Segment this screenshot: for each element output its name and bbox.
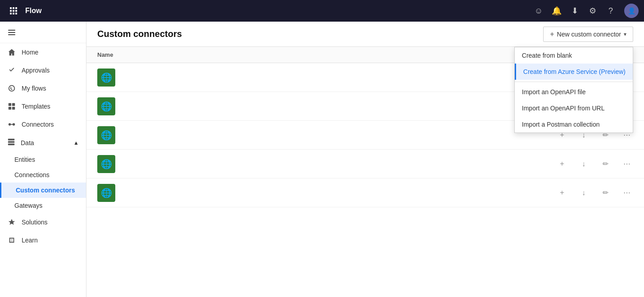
- svg-rect-10: [8, 32, 15, 33]
- sidebar-item-learn[interactable]: Learn: [0, 231, 86, 249]
- waffle-icon[interactable]: [5, 3, 22, 19]
- sidebar-label-data: Data: [21, 139, 34, 146]
- connector-icon: 🌐: [97, 155, 115, 173]
- help-icon[interactable]: ?: [603, 3, 619, 19]
- svg-rect-4: [13, 10, 14, 12]
- data-expand-icon: ▲: [73, 140, 79, 146]
- sidebar-label-entities: Entities: [14, 156, 35, 163]
- svg-rect-8: [15, 13, 17, 14]
- row-actions: ＋ ↓ ✏ ⋯: [556, 187, 633, 199]
- sidebar-label-home: Home: [22, 49, 38, 56]
- svg-rect-11: [8, 34, 15, 35]
- svg-rect-15: [12, 107, 15, 110]
- svg-point-16: [9, 123, 11, 125]
- sidebar-item-connections[interactable]: Connections: [0, 167, 86, 183]
- learn-icon: [7, 236, 16, 245]
- sidebar-item-my-flows[interactable]: My flows: [0, 79, 86, 97]
- new-connector-dropdown: Create from blank Create from Azure Serv…: [514, 47, 633, 133]
- sidebar: Home Approvals My flows Templates Connec: [0, 22, 86, 297]
- flows-icon: [7, 84, 16, 93]
- download-action-icon[interactable]: ↓: [577, 158, 590, 170]
- page-title: Custom connectors: [97, 29, 182, 39]
- content-header: Custom connectors + New custom connector…: [86, 22, 644, 47]
- svg-rect-3: [10, 10, 12, 12]
- topbar-icons: ☺ 🔔 ⬇ ⚙ ? 👤: [531, 3, 639, 19]
- dropdown-item-import-openapi-url[interactable]: Import an OpenAPI from URL: [515, 100, 633, 116]
- sidebar-item-connectors[interactable]: Connectors: [0, 115, 86, 133]
- sidebar-label-learn: Learn: [22, 237, 38, 244]
- sidebar-item-solutions[interactable]: Solutions: [0, 213, 86, 231]
- dropdown-item-create-blank[interactable]: Create from blank: [515, 47, 633, 64]
- app-title: Flow: [25, 7, 531, 15]
- sidebar-toggle[interactable]: [0, 22, 86, 43]
- svg-rect-21: [8, 144, 14, 146]
- dropdown-divider: [515, 82, 633, 82]
- data-icon: [7, 138, 15, 147]
- plus-icon: +: [550, 30, 554, 38]
- sidebar-label-solutions: Solutions: [22, 219, 48, 226]
- connector-icon: 🌐: [97, 97, 115, 115]
- table-row: 🌐 ＋ ↓ ✏ ⋯: [86, 150, 644, 178]
- sidebar-item-custom-connectors[interactable]: Custom connectors: [0, 183, 86, 198]
- sidebar-label-custom-connectors: Custom connectors: [16, 187, 75, 194]
- sidebar-item-templates[interactable]: Templates: [0, 97, 86, 115]
- more-action-icon[interactable]: ⋯: [621, 158, 633, 170]
- connector-icon: 🌐: [97, 184, 115, 202]
- sidebar-label-my-flows: My flows: [22, 85, 46, 92]
- chevron-down-icon: ▾: [624, 31, 626, 37]
- edit-action-icon[interactable]: ✏: [599, 158, 612, 170]
- bell-icon[interactable]: 🔔: [549, 3, 565, 19]
- svg-rect-13: [12, 103, 15, 106]
- templates-icon: [7, 102, 16, 111]
- new-custom-connector-button[interactable]: + New custom connector ▾: [543, 27, 633, 42]
- connectors-icon: [7, 120, 16, 129]
- more-action-icon[interactable]: ⋯: [621, 187, 633, 199]
- svg-rect-5: [15, 10, 17, 12]
- sidebar-label-connectors: Connectors: [22, 121, 54, 128]
- sidebar-item-data[interactable]: Data ▲: [0, 133, 86, 152]
- download-icon[interactable]: ⬇: [567, 3, 583, 19]
- sidebar-item-entities[interactable]: Entities: [0, 152, 86, 167]
- svg-rect-19: [8, 139, 14, 141]
- add-action-icon[interactable]: ＋: [556, 187, 568, 199]
- svg-rect-7: [13, 13, 14, 14]
- avatar[interactable]: 👤: [624, 4, 639, 18]
- sidebar-label-templates: Templates: [22, 103, 50, 110]
- svg-rect-0: [10, 7, 12, 9]
- new-connector-label: New custom connector: [557, 31, 621, 38]
- main-layout: Home Approvals My flows Templates Connec: [0, 22, 644, 297]
- content-area: Custom connectors + New custom connector…: [86, 22, 644, 297]
- svg-rect-12: [9, 103, 11, 106]
- connector-icon: 🌐: [97, 126, 115, 144]
- sidebar-item-approvals[interactable]: Approvals: [0, 61, 86, 79]
- svg-rect-2: [15, 7, 17, 9]
- dropdown-item-import-postman[interactable]: Import a Postman collection: [515, 116, 633, 133]
- solutions-icon: [7, 218, 16, 227]
- svg-rect-1: [13, 7, 14, 9]
- svg-rect-14: [9, 107, 11, 110]
- connector-icon: 🌐: [97, 69, 115, 87]
- svg-rect-20: [8, 141, 14, 143]
- row-actions: ＋ ↓ ✏ ⋯: [556, 158, 633, 170]
- sidebar-item-home[interactable]: Home: [0, 43, 86, 61]
- dropdown-item-import-openapi-file[interactable]: Import an OpenAPI file: [515, 84, 633, 100]
- sidebar-item-gateways[interactable]: Gateways: [0, 198, 86, 213]
- edit-action-icon[interactable]: ✏: [599, 187, 612, 199]
- settings-icon[interactable]: ⚙: [585, 3, 601, 19]
- sidebar-label-gateways: Gateways: [14, 202, 42, 209]
- topbar: Flow ☺ 🔔 ⬇ ⚙ ? 👤: [0, 0, 644, 22]
- table-row: 🌐 ＋ ↓ ✏ ⋯: [86, 178, 644, 207]
- sidebar-label-connections: Connections: [14, 171, 50, 178]
- home-icon: [7, 48, 16, 57]
- sidebar-label-approvals: Approvals: [22, 67, 50, 74]
- svg-rect-6: [10, 13, 12, 14]
- approvals-icon: [7, 66, 16, 75]
- add-action-icon[interactable]: ＋: [556, 158, 568, 170]
- download-action-icon[interactable]: ↓: [577, 187, 590, 199]
- smiley-icon[interactable]: ☺: [531, 3, 547, 19]
- dropdown-item-create-azure[interactable]: Create from Azure Service (Preview): [515, 64, 633, 80]
- svg-point-17: [13, 123, 15, 125]
- svg-rect-9: [8, 30, 15, 31]
